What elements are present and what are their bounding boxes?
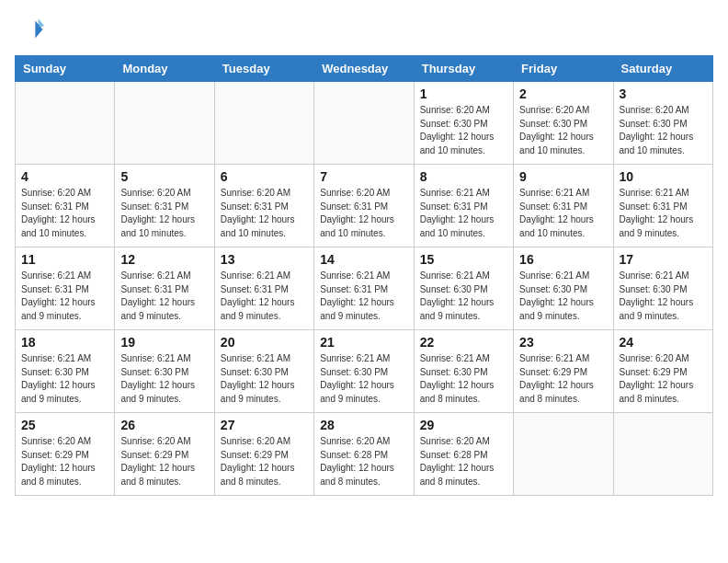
calendar-cell: 13Sunrise: 6:21 AM Sunset: 6:31 PM Dayli… — [214, 247, 313, 330]
day-header-wednesday: Wednesday — [314, 56, 414, 82]
calendar-cell — [214, 82, 313, 165]
calendar-cell: 21Sunrise: 6:21 AM Sunset: 6:30 PM Dayli… — [314, 330, 414, 413]
calendar-cell: 9Sunrise: 6:21 AM Sunset: 6:31 PM Daylig… — [514, 165, 613, 247]
day-number: 25 — [21, 418, 108, 432]
day-number: 22 — [420, 335, 507, 350]
day-number: 8 — [420, 169, 507, 184]
day-info: Sunrise: 6:21 AM Sunset: 6:30 PM Dayligh… — [120, 352, 208, 406]
calendar-cell: 11Sunrise: 6:21 AM Sunset: 6:31 PM Dayli… — [16, 247, 115, 330]
day-info: Sunrise: 6:21 AM Sunset: 6:30 PM Dayligh… — [420, 270, 507, 323]
day-number: 13 — [221, 252, 308, 267]
calendar-cell: 15Sunrise: 6:21 AM Sunset: 6:30 PM Dayli… — [414, 247, 513, 330]
day-header-monday: Monday — [115, 56, 214, 82]
day-info: Sunrise: 6:20 AM Sunset: 6:29 PM Dayligh… — [21, 435, 108, 488]
day-info: Sunrise: 6:21 AM Sunset: 6:31 PM Dayligh… — [221, 270, 308, 323]
day-info: Sunrise: 6:20 AM Sunset: 6:29 PM Dayligh… — [120, 435, 208, 488]
day-info: Sunrise: 6:20 AM Sunset: 6:31 PM Dayligh… — [221, 187, 308, 240]
day-info: Sunrise: 6:21 AM Sunset: 6:30 PM Dayligh… — [320, 352, 407, 406]
calendar-week-row: 4Sunrise: 6:20 AM Sunset: 6:31 PM Daylig… — [16, 165, 713, 247]
day-info: Sunrise: 6:20 AM Sunset: 6:29 PM Dayligh… — [221, 435, 308, 488]
day-header-friday: Friday — [514, 56, 613, 82]
day-info: Sunrise: 6:20 AM Sunset: 6:28 PM Dayligh… — [420, 435, 507, 488]
calendar-cell: 28Sunrise: 6:20 AM Sunset: 6:28 PM Dayli… — [314, 413, 414, 496]
day-info: Sunrise: 6:21 AM Sunset: 6:30 PM Dayligh… — [519, 270, 607, 323]
calendar-cell: 19Sunrise: 6:21 AM Sunset: 6:30 PM Dayli… — [115, 330, 214, 413]
day-number: 16 — [519, 252, 607, 267]
day-info: Sunrise: 6:20 AM Sunset: 6:31 PM Dayligh… — [120, 187, 208, 240]
day-number: 19 — [120, 335, 208, 350]
calendar-cell: 10Sunrise: 6:21 AM Sunset: 6:31 PM Dayli… — [613, 165, 712, 247]
day-number: 6 — [221, 169, 308, 184]
day-number: 29 — [420, 418, 507, 432]
day-number: 17 — [620, 252, 707, 267]
calendar-cell: 4Sunrise: 6:20 AM Sunset: 6:31 PM Daylig… — [16, 165, 115, 247]
day-info: Sunrise: 6:20 AM Sunset: 6:28 PM Dayligh… — [320, 435, 407, 488]
calendar-cell — [314, 82, 414, 165]
day-info: Sunrise: 6:21 AM Sunset: 6:29 PM Dayligh… — [519, 352, 607, 406]
calendar-cell: 29Sunrise: 6:20 AM Sunset: 6:28 PM Dayli… — [414, 413, 513, 496]
calendar-cell: 12Sunrise: 6:21 AM Sunset: 6:31 PM Dayli… — [115, 247, 214, 330]
day-info: Sunrise: 6:21 AM Sunset: 6:30 PM Dayligh… — [420, 352, 507, 406]
day-number: 11 — [21, 252, 108, 267]
day-info: Sunrise: 6:20 AM Sunset: 6:31 PM Dayligh… — [21, 187, 108, 240]
calendar-cell: 22Sunrise: 6:21 AM Sunset: 6:30 PM Dayli… — [414, 330, 513, 413]
day-info: Sunrise: 6:21 AM Sunset: 6:30 PM Dayligh… — [221, 352, 308, 406]
day-info: Sunrise: 6:20 AM Sunset: 6:30 PM Dayligh… — [519, 104, 607, 157]
day-info: Sunrise: 6:21 AM Sunset: 6:31 PM Dayligh… — [21, 270, 108, 323]
calendar-cell: 17Sunrise: 6:21 AM Sunset: 6:30 PM Dayli… — [613, 247, 712, 330]
day-header-sunday: Sunday — [16, 56, 115, 82]
logo — [15, 15, 48, 44]
day-info: Sunrise: 6:21 AM Sunset: 6:30 PM Dayligh… — [620, 270, 707, 323]
day-number: 2 — [519, 86, 607, 101]
day-number: 20 — [221, 335, 308, 350]
day-number: 28 — [320, 418, 407, 432]
calendar-cell: 6Sunrise: 6:20 AM Sunset: 6:31 PM Daylig… — [214, 165, 313, 247]
day-info: Sunrise: 6:20 AM Sunset: 6:30 PM Dayligh… — [620, 104, 707, 157]
day-info: Sunrise: 6:21 AM Sunset: 6:31 PM Dayligh… — [120, 270, 208, 323]
calendar-table: SundayMondayTuesdayWednesdayThursdayFrid… — [15, 55, 713, 496]
day-number: 7 — [320, 169, 407, 184]
day-number: 23 — [519, 335, 607, 350]
svg-marker-1 — [39, 18, 44, 28]
day-number: 15 — [420, 252, 507, 267]
calendar-cell: 25Sunrise: 6:20 AM Sunset: 6:29 PM Dayli… — [16, 413, 115, 496]
calendar-cell: 3Sunrise: 6:20 AM Sunset: 6:30 PM Daylig… — [613, 82, 712, 165]
day-number: 12 — [120, 252, 208, 267]
day-number: 4 — [21, 169, 108, 184]
calendar-week-row: 1Sunrise: 6:20 AM Sunset: 6:30 PM Daylig… — [16, 82, 713, 165]
day-number: 24 — [620, 335, 707, 350]
calendar-cell: 8Sunrise: 6:21 AM Sunset: 6:31 PM Daylig… — [414, 165, 513, 247]
day-number: 18 — [21, 335, 108, 350]
calendar-cell — [16, 82, 115, 165]
calendar-cell: 2Sunrise: 6:20 AM Sunset: 6:30 PM Daylig… — [514, 82, 613, 165]
calendar-cell — [514, 413, 613, 496]
day-info: Sunrise: 6:21 AM Sunset: 6:30 PM Dayligh… — [21, 352, 108, 406]
calendar-cell: 24Sunrise: 6:20 AM Sunset: 6:29 PM Dayli… — [613, 330, 712, 413]
calendar-cell — [115, 82, 214, 165]
day-info: Sunrise: 6:21 AM Sunset: 6:31 PM Dayligh… — [320, 270, 407, 323]
day-number: 27 — [221, 418, 308, 432]
calendar-cell: 27Sunrise: 6:20 AM Sunset: 6:29 PM Dayli… — [214, 413, 313, 496]
day-header-tuesday: Tuesday — [214, 56, 313, 82]
day-number: 1 — [420, 86, 507, 101]
day-info: Sunrise: 6:21 AM Sunset: 6:31 PM Dayligh… — [420, 187, 507, 240]
logo-icon — [15, 15, 44, 44]
calendar-cell: 18Sunrise: 6:21 AM Sunset: 6:30 PM Dayli… — [16, 330, 115, 413]
day-number: 3 — [620, 86, 707, 101]
day-number: 10 — [620, 169, 707, 184]
calendar-cell: 14Sunrise: 6:21 AM Sunset: 6:31 PM Dayli… — [314, 247, 414, 330]
calendar-cell: 16Sunrise: 6:21 AM Sunset: 6:30 PM Dayli… — [514, 247, 613, 330]
calendar-cell: 1Sunrise: 6:20 AM Sunset: 6:30 PM Daylig… — [414, 82, 513, 165]
calendar-week-row: 18Sunrise: 6:21 AM Sunset: 6:30 PM Dayli… — [16, 330, 713, 413]
day-info: Sunrise: 6:20 AM Sunset: 6:30 PM Dayligh… — [420, 104, 507, 157]
calendar-cell: 20Sunrise: 6:21 AM Sunset: 6:30 PM Dayli… — [214, 330, 313, 413]
calendar-week-row: 11Sunrise: 6:21 AM Sunset: 6:31 PM Dayli… — [16, 247, 713, 330]
day-number: 5 — [120, 169, 208, 184]
day-number: 26 — [120, 418, 208, 432]
day-info: Sunrise: 6:21 AM Sunset: 6:31 PM Dayligh… — [519, 187, 607, 240]
calendar-week-row: 25Sunrise: 6:20 AM Sunset: 6:29 PM Dayli… — [16, 413, 713, 496]
calendar-cell: 23Sunrise: 6:21 AM Sunset: 6:29 PM Dayli… — [514, 330, 613, 413]
page-header — [15, 15, 713, 44]
day-header-saturday: Saturday — [613, 56, 712, 82]
day-number: 9 — [519, 169, 607, 184]
